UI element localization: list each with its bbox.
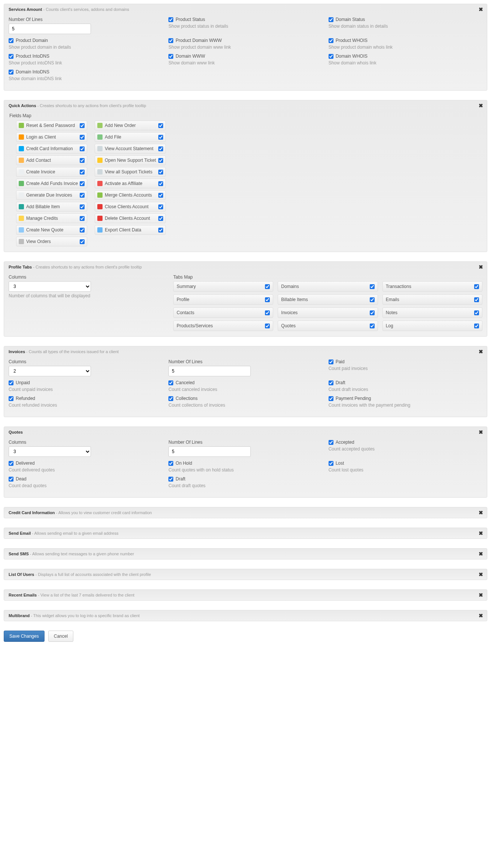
quick-action-item[interactable]: Create New Quote (16, 225, 87, 235)
tab-checkbox[interactable] (370, 297, 375, 302)
action-checkbox[interactable] (158, 181, 163, 186)
quick-action-item[interactable]: View Orders (16, 237, 87, 246)
close-icon[interactable]: ✖ (479, 6, 483, 12)
panel-heading[interactable]: Send SMS - Allows sending text messages … (4, 549, 487, 559)
cols-select[interactable]: 3 (9, 446, 91, 457)
action-checkbox[interactable] (158, 135, 163, 140)
close-icon[interactable]: ✖ (479, 551, 483, 557)
close-icon[interactable]: ✖ (479, 592, 483, 598)
action-checkbox[interactable] (80, 204, 85, 209)
tab-item[interactable]: Contacts (173, 307, 273, 318)
panel-heading[interactable]: Recent Emails - View a list of the last … (4, 590, 487, 600)
action-checkbox[interactable] (158, 204, 163, 209)
action-checkbox[interactable] (80, 158, 85, 163)
quick-action-item[interactable]: Manage Credits (16, 213, 87, 223)
tab-checkbox[interactable] (370, 324, 375, 328)
quick-action-item[interactable]: Delete Clients Account (95, 213, 166, 223)
tab-checkbox[interactable] (265, 284, 270, 289)
close-icon[interactable]: ✖ (479, 103, 483, 109)
tab-item[interactable]: Summary (173, 281, 273, 292)
option-checkbox[interactable] (168, 38, 173, 43)
quick-action-item[interactable]: Export Client Data (95, 225, 166, 235)
quick-action-item[interactable]: Add File (95, 132, 166, 142)
tab-checkbox[interactable] (265, 297, 270, 302)
option-checkbox[interactable] (329, 54, 333, 59)
action-checkbox[interactable] (158, 146, 163, 151)
option-checkbox[interactable] (168, 477, 173, 482)
tab-checkbox[interactable] (370, 310, 375, 315)
quick-action-item[interactable]: Activate as Affiliate (95, 179, 166, 188)
lines-input[interactable] (168, 366, 251, 376)
action-checkbox[interactable] (158, 170, 163, 174)
tab-checkbox[interactable] (265, 310, 270, 315)
close-icon[interactable]: ✖ (479, 613, 483, 619)
option-checkbox[interactable] (168, 380, 173, 385)
action-checkbox[interactable] (80, 193, 85, 198)
action-checkbox[interactable] (80, 123, 85, 128)
option-checkbox[interactable] (168, 396, 173, 401)
lines-input[interactable] (168, 446, 251, 457)
quick-action-item[interactable]: Open New Support Ticket (95, 155, 166, 165)
option-checkbox[interactable] (329, 461, 333, 466)
lines-input[interactable] (9, 24, 91, 34)
action-checkbox[interactable] (80, 228, 85, 233)
option-checkbox[interactable] (9, 54, 13, 59)
option-checkbox[interactable] (168, 54, 173, 59)
option-checkbox[interactable] (9, 70, 13, 75)
quick-action-item[interactable]: View Account Statement (95, 144, 166, 154)
tab-item[interactable]: Quotes (278, 321, 378, 331)
action-checkbox[interactable] (158, 216, 163, 221)
option-checkbox[interactable] (9, 38, 13, 43)
close-icon[interactable]: ✖ (479, 530, 483, 536)
quick-action-item[interactable]: Close Clients Account (95, 202, 166, 212)
quick-action-item[interactable]: Login as Client (16, 132, 87, 142)
tab-checkbox[interactable] (474, 284, 479, 289)
tab-item[interactable]: Domains (278, 281, 378, 292)
quick-action-item[interactable]: Reset & Send Password (16, 121, 87, 130)
option-checkbox[interactable] (329, 396, 333, 401)
save-button[interactable]: Save Changes (4, 631, 45, 642)
action-checkbox[interactable] (158, 123, 163, 128)
quick-action-item[interactable]: Credit Card Information (16, 144, 87, 154)
tab-checkbox[interactable] (370, 284, 375, 289)
action-checkbox[interactable] (80, 146, 85, 151)
close-icon[interactable]: ✖ (479, 429, 483, 435)
action-checkbox[interactable] (158, 193, 163, 198)
action-checkbox[interactable] (158, 228, 163, 233)
quick-action-item[interactable]: Create Add Funds Invoice (16, 179, 87, 188)
tab-item[interactable]: Emails (382, 294, 482, 305)
option-checkbox[interactable] (9, 380, 13, 385)
quick-action-item[interactable]: Create Invoice (16, 167, 87, 177)
panel-heading[interactable]: Send Email - Allows sending email to a g… (4, 528, 487, 538)
close-icon[interactable]: ✖ (479, 571, 483, 577)
option-checkbox[interactable] (9, 461, 13, 466)
tab-checkbox[interactable] (265, 324, 270, 328)
action-checkbox[interactable] (80, 216, 85, 221)
tab-checkbox[interactable] (474, 310, 479, 315)
tab-item[interactable]: Log (382, 321, 482, 331)
option-checkbox[interactable] (9, 396, 13, 401)
tab-item[interactable]: Invoices (278, 307, 378, 318)
option-checkbox[interactable] (9, 477, 13, 482)
tab-item[interactable]: Profile (173, 294, 273, 305)
action-checkbox[interactable] (158, 158, 163, 163)
action-checkbox[interactable] (80, 135, 85, 140)
option-checkbox[interactable] (329, 38, 333, 43)
quick-action-item[interactable]: Merge Clients Accounts (95, 190, 166, 200)
tab-checkbox[interactable] (474, 324, 479, 328)
quick-action-item[interactable]: Add New Order (95, 121, 166, 130)
cols-select[interactable]: 3 (9, 281, 91, 292)
option-checkbox[interactable] (168, 461, 173, 466)
option-checkbox[interactable] (329, 380, 333, 385)
option-checkbox[interactable] (168, 17, 173, 22)
option-checkbox[interactable] (329, 440, 333, 445)
option-checkbox[interactable] (329, 17, 333, 22)
panel-heading[interactable]: Credit Card Information - Allows you to … (4, 507, 487, 518)
cols-select[interactable]: 2 (9, 366, 91, 376)
tab-checkbox[interactable] (474, 297, 479, 302)
action-checkbox[interactable] (80, 170, 85, 174)
option-checkbox[interactable] (329, 359, 333, 364)
tab-item[interactable]: Transactions (382, 281, 482, 292)
panel-heading[interactable]: Multibrand - This widget allows you to l… (4, 610, 487, 621)
cancel-button[interactable]: Cancel (48, 631, 73, 642)
